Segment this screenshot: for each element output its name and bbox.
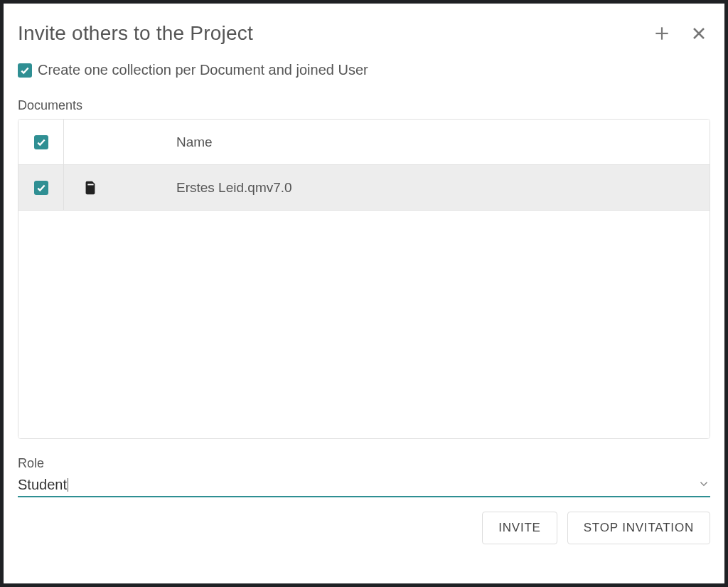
dialog-header: Invite others to the Project bbox=[18, 22, 710, 45]
header-actions bbox=[651, 22, 710, 45]
document-name: Erstes Leid.qmv7.0 bbox=[176, 180, 710, 196]
create-collection-label: Create one collection per Document and j… bbox=[38, 62, 368, 78]
chevron-down-icon bbox=[697, 477, 710, 493]
documents-label: Documents bbox=[18, 98, 710, 113]
close-icon[interactable] bbox=[687, 22, 710, 45]
documents-table: Name Erstes Leid.qmv7.0 bbox=[18, 119, 710, 439]
select-all-checkbox[interactable] bbox=[34, 135, 48, 149]
dialog-footer: INVITE STOP INVITATION bbox=[18, 512, 710, 544]
dialog-title: Invite others to the Project bbox=[18, 22, 253, 45]
role-label: Role bbox=[18, 456, 710, 471]
column-header-name: Name bbox=[176, 134, 710, 150]
add-icon[interactable] bbox=[651, 22, 673, 45]
table-row[interactable]: Erstes Leid.qmv7.0 bbox=[18, 165, 710, 211]
role-select[interactable]: Student bbox=[18, 472, 710, 497]
stop-invitation-button[interactable]: STOP INVITATION bbox=[567, 512, 710, 544]
row-checkbox-cell bbox=[18, 165, 64, 210]
role-section: Role Student bbox=[18, 456, 710, 497]
table-empty-body bbox=[18, 211, 710, 438]
select-all-cell bbox=[18, 120, 64, 164]
invite-dialog: Invite others to the Project Create one … bbox=[4, 4, 724, 583]
invite-button[interactable]: INVITE bbox=[482, 512, 557, 544]
table-header-row: Name bbox=[18, 120, 710, 165]
create-collection-checkbox[interactable] bbox=[18, 63, 32, 78]
create-collection-row: Create one collection per Document and j… bbox=[18, 62, 710, 78]
role-value: Student bbox=[18, 477, 67, 493]
row-checkbox[interactable] bbox=[34, 181, 48, 195]
document-icon bbox=[64, 180, 176, 196]
svg-rect-4 bbox=[87, 184, 93, 185]
